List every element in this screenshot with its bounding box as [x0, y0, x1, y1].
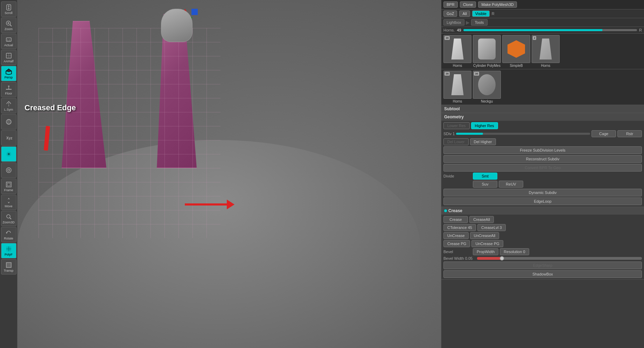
thumb-horns-2[interactable]: 2 Horns [532, 35, 560, 68]
thumb-simpleb[interactable]: SimpleB [502, 35, 530, 68]
xyz-button[interactable]: Xyz [1, 130, 16, 146]
uncrease-button[interactable]: UnCrease [443, 232, 469, 239]
uncrease-row: UnCrease UnCreaseAll [443, 232, 642, 239]
lower-res-button[interactable]: Lower Res [443, 122, 470, 129]
creasepg-row: Crease PG UnCrease PG [443, 240, 642, 247]
polyf-button[interactable]: PolyF [1, 243, 16, 258]
lsym-button[interactable]: L.Sym [1, 98, 16, 113]
freeze-subdiv-button[interactable]: Freeze SubDivision Levels [443, 146, 642, 154]
thumb-box-1[interactable]: 36 [443, 35, 471, 63]
svg-point-30 [7, 215, 10, 218]
divide-label: Divide [443, 174, 471, 178]
sdiv-slider[interactable] [456, 133, 590, 135]
creaselvl-button[interactable]: CreaseLvl 3 [477, 224, 506, 231]
move-button[interactable]: Move [1, 195, 16, 210]
crease-button[interactable]: Crease [443, 216, 468, 223]
bevel-width-slider[interactable] [477, 257, 642, 260]
thumb-box-3[interactable] [502, 35, 530, 63]
thumb-neckgu[interactable]: 36 Neckgu [473, 71, 501, 103]
r-label: R [492, 12, 495, 16]
thumb-box-6[interactable]: 36 [473, 71, 501, 99]
persp-button[interactable]: Persp [1, 66, 16, 81]
ctolerance-button[interactable]: CTolerance 45 [443, 224, 476, 231]
svg-marker-3 [8, 8, 10, 9]
aahalf-button[interactable]: AAHalf [1, 50, 16, 65]
propwidth-button[interactable]: PropWidth [473, 248, 498, 255]
edgesharp-button[interactable]: EdgeSharp [443, 262, 642, 269]
goz-button[interactable]: GoZ [443, 11, 457, 17]
clone-button[interactable]: Clone [460, 1, 476, 8]
convert-bpr-button[interactable]: Convert BPR To Geo [443, 164, 642, 172]
svg-rect-27 [6, 182, 11, 187]
lightbox-button[interactable]: Lightbox [443, 19, 464, 26]
zoom3d-label: Zoom3D [2, 221, 15, 224]
dynamic-subdiv-button[interactable]: Dynamic Subdiv [443, 189, 642, 196]
svg-rect-28 [7, 183, 10, 186]
head-guide [161, 9, 192, 42]
suv-button[interactable]: Suv [473, 181, 497, 188]
reconstruct-subdiv-button[interactable]: Reconstruct Subdiv [443, 155, 642, 163]
svg-point-26 [8, 169, 10, 171]
creasepg-button[interactable]: Crease PG [443, 240, 470, 247]
zoom-button[interactable]: Zoom [1, 18, 16, 33]
localgeo-button[interactable] [1, 114, 16, 130]
cage-button[interactable]: Cage [592, 130, 616, 137]
crease-header[interactable]: Crease [441, 207, 644, 215]
draw-button[interactable] [1, 146, 16, 162]
svg-line-5 [10, 25, 12, 26]
shadowbox-button[interactable]: ShadowBox [443, 270, 642, 278]
del-lower-button[interactable]: Del Lower [443, 138, 469, 145]
geometry-header[interactable]: Geometry [441, 113, 644, 121]
thumb-cylinder[interactable]: Cylinder PolyMes [473, 35, 501, 68]
actual-button[interactable]: 1:1 Actual [1, 34, 16, 49]
subtool-section: Subtool [441, 105, 644, 113]
crease-btn-row: Crease CreaseAll [443, 216, 642, 223]
cylinder-thumb [478, 39, 496, 60]
visible-button[interactable]: Visible [472, 11, 490, 17]
thumb-label-4: Horns [541, 64, 551, 68]
frame-button[interactable]: Frame [1, 179, 16, 194]
red-arrow-indicator [185, 200, 234, 209]
rotate-button[interactable]: Rotate [1, 227, 16, 242]
tools-button[interactable]: Tools [471, 19, 488, 26]
svg-marker-14 [6, 69, 12, 72]
rstr-button[interactable]: Rstr [617, 130, 642, 137]
thumb-horns-3[interactable]: 36 Horns [443, 71, 471, 103]
creased-edge-label: Creased Edge [24, 103, 76, 112]
uncreasepg-button[interactable]: UnCrease PG [471, 240, 503, 247]
bevel-label: Bevel [443, 250, 471, 254]
thumb-box-5[interactable]: 36 [443, 71, 471, 99]
q-button[interactable] [1, 162, 16, 178]
thumb-box-2[interactable] [473, 35, 501, 63]
all-button[interactable]: All [459, 11, 470, 17]
bevel-row: Bevel PropWidth Resolution 0 [443, 248, 642, 255]
persp-label: Persp [5, 76, 13, 79]
bevel-slider-handle[interactable] [500, 256, 504, 260]
resolution-button[interactable]: Resolution 0 [500, 248, 529, 255]
uncreaseall-button[interactable]: UnCreaseAll [470, 232, 499, 239]
svg-text:Xyz: Xyz [6, 136, 12, 140]
svg-point-24 [8, 153, 10, 155]
viewport[interactable]: Creased Edge [18, 0, 441, 348]
scroll-button[interactable]: Scroll [1, 1, 16, 17]
transp-button[interactable]: Transp [1, 259, 16, 274]
res-row: Lower Res Higher Res [443, 122, 642, 129]
higher-res-button[interactable]: Higher Res [471, 122, 498, 129]
zoom3d-button[interactable]: Zoom3D [1, 211, 16, 226]
floor-button[interactable]: Floor [1, 82, 16, 97]
creaseall-button[interactable]: CreaseAll [469, 216, 494, 223]
smt-button[interactable]: Smt [473, 173, 497, 180]
thumb-horns-1[interactable]: 36 Horns [443, 35, 471, 68]
del-higher-button[interactable]: Del Higher [470, 138, 496, 145]
bpr-button[interactable]: BPR [443, 1, 458, 8]
rotate-label: Rotate [4, 237, 13, 240]
subtool-header[interactable]: Subtool [441, 105, 644, 113]
crease-section: Crease Crease CreaseAll CTolerance 45 Cr… [441, 207, 644, 280]
horns-slider[interactable] [463, 29, 637, 31]
svg-rect-36 [6, 263, 11, 267]
polymesh3d-button[interactable]: Make PolyMesh3D [478, 1, 517, 8]
edgeloop-button[interactable]: EdgeLoop [443, 197, 642, 205]
reuv-button[interactable]: ReUV [499, 181, 523, 188]
subtool-title: Subtool [444, 106, 460, 111]
thumb-box-4[interactable]: 2 [532, 35, 560, 63]
